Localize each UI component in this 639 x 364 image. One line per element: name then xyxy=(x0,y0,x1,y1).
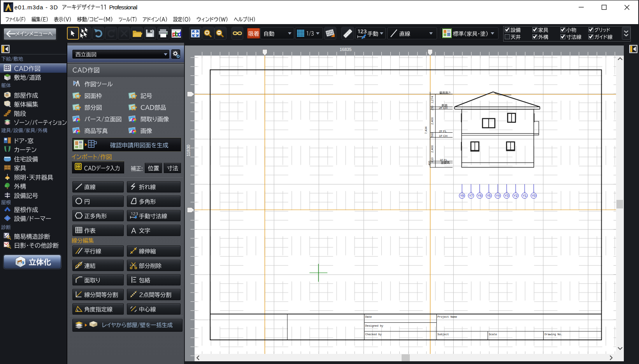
svg-text:Scale: Scale xyxy=(489,333,497,336)
svg-text:Y0: Y0 xyxy=(532,194,536,198)
svg-text:1,274: 1,274 xyxy=(430,96,434,103)
svg-text:Date: Date xyxy=(365,315,372,318)
svg-text:400: 400 xyxy=(428,161,431,166)
svg-text:Y6: Y6 xyxy=(477,194,482,198)
svg-text:Y3: Y3 xyxy=(505,194,509,198)
svg-text:2,400: 2,400 xyxy=(430,117,434,125)
svg-text:250: 250 xyxy=(430,105,434,110)
svg-text:Y4: Y4 xyxy=(496,194,500,198)
svg-text:2F CH: 2F CH xyxy=(439,106,448,110)
svg-text:Drawing No.: Drawing No. xyxy=(544,333,562,336)
svg-text:Y1: Y1 xyxy=(523,194,527,198)
svg-text:Y8: Y8 xyxy=(460,194,464,198)
svg-text:2,400: 2,400 xyxy=(430,145,434,153)
svg-text:7,434: 7,434 xyxy=(424,127,428,134)
svg-text:500: 500 xyxy=(430,133,434,138)
svg-text:Y7: Y7 xyxy=(469,194,473,198)
svg-text:Subject: Subject xyxy=(437,333,449,336)
svg-text:Designed by: Designed by xyxy=(365,324,384,327)
svg-text:Project Name: Project Name xyxy=(437,315,457,318)
svg-text:1F CH: 1F CH xyxy=(439,134,448,138)
svg-text:2F FL: 2F FL xyxy=(439,130,447,133)
svg-text:Y5: Y5 xyxy=(487,194,491,198)
svg-text:Y2: Y2 xyxy=(514,194,518,198)
svg-text:1F FL: 1F FL xyxy=(440,158,448,162)
svg-text:Checked by: Checked by xyxy=(365,333,382,336)
